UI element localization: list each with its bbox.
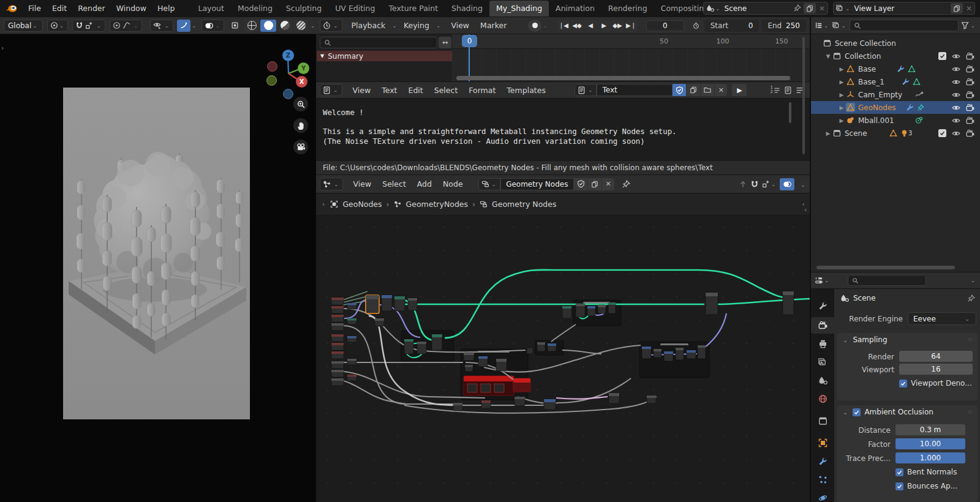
menu-view[interactable]: View <box>347 86 377 95</box>
modifier-wrench-icon[interactable] <box>897 65 905 73</box>
playhead-badge[interactable]: 0 <box>462 35 477 47</box>
channel-filter-button[interactable]: ↔ <box>439 37 451 48</box>
shading-wireframe-button[interactable] <box>244 20 259 32</box>
breadcrumb-modifier[interactable]: GeometryNodes <box>406 200 468 209</box>
gizmo-axis-x[interactable]: X <box>296 76 307 88</box>
tab-my-shading[interactable]: My_Shading <box>489 1 549 17</box>
geometry-nodes-data-icon[interactable] <box>917 104 924 111</box>
menu-templates[interactable]: Templates <box>501 86 551 95</box>
menu-edit[interactable]: Edit <box>47 4 72 13</box>
view-layer-copy-button[interactable] <box>951 3 963 13</box>
scene-selector[interactable]: ⌄ Scene ✕ <box>703 2 828 15</box>
hide-eye-icon[interactable] <box>952 91 960 99</box>
expand-icon[interactable]: ▶ <box>838 79 845 85</box>
frame-start-field[interactable]: Start0 <box>704 20 760 32</box>
active-node[interactable] <box>366 295 379 313</box>
mesh-data-icon[interactable] <box>908 65 916 73</box>
ao-checkbox[interactable] <box>853 408 861 416</box>
menu-help[interactable]: Help <box>152 4 181 13</box>
outliner-body[interactable]: Scene Collection ▼ Collection ▶ Base <box>811 34 980 272</box>
menu-select[interactable]: Select <box>429 86 464 95</box>
play-button[interactable]: ▶ <box>598 20 611 32</box>
viewport-3d[interactable]: › <box>0 34 316 502</box>
overlays-icon[interactable] <box>205 21 213 30</box>
jump-to-end-button[interactable]: ▶❘ <box>625 20 638 32</box>
text-vscrollbar[interactable] <box>789 102 791 123</box>
play-reverse-button[interactable]: ◀ <box>584 20 597 32</box>
snapping-group[interactable]: ⌄ <box>72 20 105 32</box>
hide-eye-icon[interactable] <box>952 78 960 86</box>
drag-dots-icon[interactable]: ∷ <box>968 409 973 415</box>
timeline-ruler[interactable]: 50 100 150 200 250 <box>452 34 810 49</box>
ao-trace-field[interactable]: 1.000 <box>895 452 965 463</box>
menu-edit[interactable]: Edit <box>403 86 429 95</box>
menu-text[interactable]: Text <box>376 86 402 95</box>
render-camera-icon[interactable] <box>966 129 974 138</box>
menu-view[interactable]: View <box>445 21 475 30</box>
outliner-row-scene[interactable]: ▶ Scene 3 <box>811 127 980 140</box>
text-unlink-button[interactable]: ✕ <box>715 84 727 96</box>
toolbar-expand-icon[interactable]: › <box>1 44 4 52</box>
outliner-editor-type[interactable]: ⌄ <box>815 21 830 29</box>
proportional-editing-group[interactable]: ⌄ <box>110 20 143 32</box>
overlays-toggle[interactable] <box>780 178 794 190</box>
render-camera-icon[interactable] <box>966 116 974 125</box>
tab-particles[interactable] <box>811 471 834 488</box>
timeline-editor-type[interactable]: ⌄ <box>320 19 342 32</box>
snap-magnet-icon[interactable] <box>75 21 83 29</box>
word-wrap-toggle[interactable] <box>784 86 792 94</box>
tab-texture-paint[interactable]: Texture Paint <box>382 1 445 17</box>
menu-file[interactable]: File <box>23 4 47 13</box>
snap-mode-dropdown[interactable]: ⌄ <box>762 180 777 188</box>
parent-tree-icon[interactable] <box>739 180 747 189</box>
tab-world[interactable] <box>811 391 834 407</box>
outliner-row-collection[interactable]: ▼ Collection <box>811 50 980 62</box>
jump-to-start-button[interactable]: ❘◀ <box>557 20 570 32</box>
node-unlink-button[interactable]: ✕ <box>602 178 614 190</box>
outliner-vscrollbar[interactable] <box>802 37 805 154</box>
constraint-icon[interactable] <box>915 91 924 99</box>
tab-output[interactable] <box>811 335 834 352</box>
tab-render[interactable] <box>811 317 834 334</box>
menu-select[interactable]: Select <box>377 179 412 189</box>
render-engine-dropdown[interactable]: Eevee⌄ <box>908 312 976 325</box>
menu-playback[interactable]: Playback <box>346 21 391 30</box>
menu-render[interactable]: Render <box>72 4 111 13</box>
tab-uv-editing[interactable]: UV Editing <box>328 1 382 17</box>
ao-panel-header[interactable]: ⌄ Ambient Occlusion ∷ <box>837 405 978 419</box>
node-canvas[interactable]: ⌄ <box>316 215 810 502</box>
ao-distance-field[interactable]: 0.3 m <box>895 424 965 435</box>
menu-keying[interactable]: Keying <box>398 21 435 30</box>
prev-keyframe-button[interactable]: ◀◆ <box>571 20 584 32</box>
bounces-checkbox[interactable] <box>895 482 903 490</box>
outliner-row-base[interactable]: ▶ Base <box>811 62 980 75</box>
node-tree-type[interactable]: ⌄ <box>478 178 501 190</box>
node-copy-button[interactable] <box>588 178 601 190</box>
collection-checkbox[interactable] <box>938 52 946 60</box>
gizmo-axis-y-neg[interactable] <box>266 75 277 86</box>
camera-view-button[interactable] <box>293 140 308 154</box>
expand-icon[interactable]: ▶ <box>838 66 845 72</box>
menu-view[interactable]: View <box>348 179 377 189</box>
properties-options-chevron[interactable]: ⌄ <box>969 277 976 283</box>
hide-eye-icon[interactable] <box>952 52 960 61</box>
outliner-row-base-1[interactable]: ▶ Base_1 <box>811 75 980 88</box>
properties-editor-type[interactable]: ⌄ <box>815 276 831 285</box>
metaball-data-icon[interactable] <box>915 116 923 124</box>
tab-scene[interactable] <box>811 372 834 389</box>
node-fake-user-button[interactable] <box>574 178 587 190</box>
tab-object[interactable] <box>811 435 834 451</box>
line-numbers-toggle[interactable]: 12 <box>771 86 780 94</box>
breadcrumb-expand-icon[interactable]: › <box>321 200 326 208</box>
scene-unlink-icon[interactable]: ✕ <box>816 4 825 13</box>
pan-hand-button[interactable] <box>293 118 308 133</box>
channel-summary-row[interactable]: ▼ Summary <box>317 51 452 61</box>
tab-tool[interactable] <box>811 298 834 314</box>
viewport-samples-field[interactable]: 16 <box>899 364 973 375</box>
expand-icon[interactable]: ▶ <box>838 92 845 98</box>
zoom-button[interactable] <box>293 97 308 111</box>
menu-node[interactable]: Node <box>437 179 469 189</box>
gizmos-chevron[interactable]: ⌄ <box>190 23 198 29</box>
viewport-denoise-checkbox[interactable] <box>899 380 907 388</box>
outliner-collapse-icon[interactable]: ‹ <box>804 206 807 214</box>
